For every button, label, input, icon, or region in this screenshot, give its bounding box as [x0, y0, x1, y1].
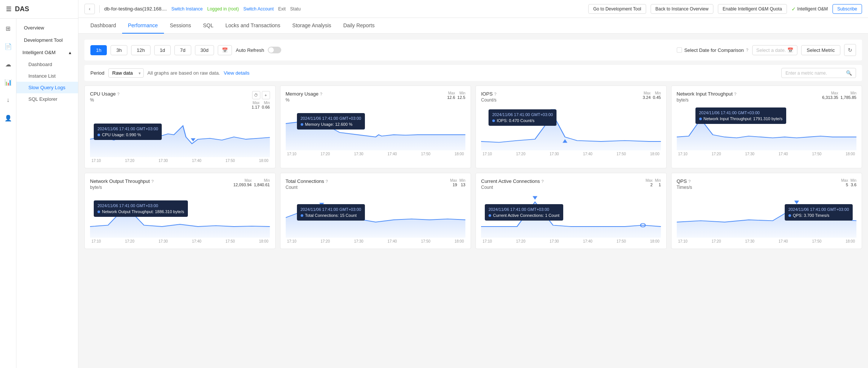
auto-refresh-toggle[interactable] — [268, 47, 281, 53]
chart-totalconn-title: Total Connections ? — [286, 178, 328, 184]
go-to-dev-tool-button[interactable]: Go to Development Tool — [588, 4, 646, 14]
svg-marker-1 — [191, 138, 196, 141]
exit-link[interactable]: Exit — [278, 6, 286, 12]
date-placeholder: Select a date. — [756, 47, 786, 53]
time-1d-button[interactable]: 1d — [154, 45, 171, 55]
chart-network-output: Network Output Throughput ? byte/s Max12… — [84, 173, 276, 249]
time-12h-button[interactable]: 12h — [131, 45, 151, 55]
chart-netinput-xaxis: 17:1017:2017:3017:4017:5018:00 — [677, 152, 857, 156]
view-details-link[interactable]: View details — [224, 70, 249, 76]
back-button[interactable]: ‹ — [84, 4, 95, 14]
topbar: ‹ db-for-testing-das(192.168.... Switch … — [78, 0, 868, 18]
icon-grid[interactable]: ⊞ — [2, 22, 14, 34]
subscribe-button[interactable]: Subscribe — [833, 4, 862, 14]
select-date-label: Select Date for Comparison — [684, 47, 744, 53]
svg-marker-4 — [481, 115, 661, 150]
memory-help-icon[interactable]: ? — [320, 92, 322, 96]
content-area: 1h 3h 12h 1d 7d 30d 📅 Auto Refresh Selec… — [78, 34, 868, 368]
chart-cpu-usage: CPU Usage ? % ⏱ + Max1.17 Min0.66 — [84, 85, 276, 168]
status-label: Statu — [290, 6, 301, 12]
period-select-wrapper: Raw data — [108, 68, 144, 78]
chart-activeconn-svg-wrapper: 2024/11/06 17:41:00 GMT+03:00 Current Ac… — [481, 193, 661, 238]
calendar-button[interactable]: 📅 — [218, 45, 232, 55]
chart-iops-title: IOPS ? — [481, 91, 496, 97]
chart-netoutput-unit: byte/s — [90, 185, 154, 190]
svg-marker-0 — [90, 126, 270, 157]
switch-instance-link[interactable]: Switch Instance — [171, 6, 203, 12]
switch-account-link[interactable]: Switch Account — [243, 6, 273, 12]
select-metric-button[interactable]: Select Metric — [801, 45, 840, 55]
sidebar-item-instance-list[interactable]: Instance List — [16, 70, 78, 82]
chart-totalconn-unit: Count — [286, 185, 328, 190]
cpu-clock-button[interactable]: ⏱ — [252, 91, 260, 99]
sidebar-section-intelligent-oam[interactable]: Intelligent O&M ▲ — [16, 46, 78, 59]
enable-quota-button[interactable]: Enable Intelligent O&M Quota — [718, 4, 787, 14]
tab-daily-reports[interactable]: Daily Reports — [337, 18, 381, 34]
sidebar-item-dashboard[interactable]: Dashboard — [16, 59, 78, 70]
cpu-help-icon[interactable]: ? — [117, 92, 120, 96]
chart-totalconn-header: Total Connections ? Count Max19 Min13 — [286, 178, 466, 190]
chart-iops-svg — [481, 106, 661, 150]
period-select[interactable]: Raw data — [108, 68, 144, 78]
time-7d-button[interactable]: 7d — [174, 45, 191, 55]
chart-activeconn-xaxis: 17:1017:2017:3017:4017:5018:00 — [481, 239, 661, 243]
svg-marker-3 — [301, 115, 306, 119]
chart-netoutput-max-min: Max12,093.94 Min1,840.61 — [233, 178, 270, 187]
activeconn-help-icon[interactable]: ? — [542, 179, 544, 184]
sidebar-nav: Overview Development Tool Intelligent O&… — [16, 19, 78, 368]
cpu-plus-button[interactable]: + — [262, 91, 270, 99]
chevron-up-icon: ▲ — [68, 50, 72, 55]
refresh-button[interactable]: ↻ — [844, 44, 856, 56]
time-30d-button[interactable]: 30d — [195, 45, 214, 55]
back-to-instance-button[interactable]: Back to Instance Overview — [651, 4, 713, 14]
chart-memory-usage: Memory Usage ? % Max12.6 Min12.5 — [280, 85, 471, 168]
time-3h-button[interactable]: 3h — [111, 45, 127, 55]
tab-sessions[interactable]: Sessions — [164, 18, 197, 34]
chart-cpu-max-min: Max1.17 Min0.66 — [252, 101, 270, 109]
chart-qps-title: QPS ? — [677, 178, 692, 184]
main-content: ‹ db-for-testing-das(192.168.... Switch … — [78, 0, 868, 368]
iops-help-icon[interactable]: ? — [494, 92, 496, 96]
sidebar-item-overview[interactable]: Overview — [16, 22, 78, 34]
sidebar-item-sql-explorer[interactable]: SQL Explorer — [16, 93, 78, 105]
toggle-knob — [269, 47, 274, 53]
select-date-help-icon[interactable]: ? — [746, 48, 748, 52]
chart-qps-unit: Times/s — [677, 185, 692, 190]
icon-bar-chart[interactable]: 📊 — [2, 76, 14, 88]
chart-activeconn-max-min: Max2 Min1 — [645, 178, 661, 187]
icon-person[interactable]: 👤 — [2, 112, 14, 124]
search-icon: 🔍 — [846, 70, 852, 76]
chart-active-connections: Current Active Connections ? Count Max2 … — [475, 173, 667, 249]
icon-cloud[interactable]: ☁ — [2, 58, 14, 70]
tab-storage[interactable]: Storage Analysis — [286, 18, 337, 34]
netoutput-help-icon[interactable]: ? — [151, 179, 154, 184]
sidebar-header: ☰ DAS — [0, 0, 78, 19]
menu-icon[interactable]: ☰ — [6, 6, 11, 13]
sidebar-item-development-tool[interactable]: Development Tool — [16, 34, 78, 46]
chart-cpu-title-group: CPU Usage ? % — [90, 91, 120, 103]
sidebar-icons: ⊞ 📄 ☁ 📊 ↓ 👤 — [0, 19, 16, 368]
qps-help-icon[interactable]: ? — [688, 179, 691, 184]
chart-cpu-svg-wrapper: 2024/11/06 17:41:00 GMT+03:00 CPU Usage:… — [90, 112, 270, 157]
tab-dashboard[interactable]: Dashboard — [84, 18, 122, 34]
totalconn-help-icon[interactable]: ? — [326, 179, 328, 184]
chart-qps: QPS ? Times/s Max5 Min3.6 — [671, 173, 862, 249]
icon-download[interactable]: ↓ — [2, 94, 14, 106]
chart-netinput-header: Network Input Throughput ? byte/s Max6,3… — [677, 91, 857, 103]
svg-marker-2 — [286, 121, 466, 150]
tab-locks[interactable]: Locks and Transactions — [219, 18, 286, 34]
chart-cpu-header: CPU Usage ? % ⏱ + Max1.17 Min0.66 — [90, 91, 270, 109]
sidebar-item-slow-query-logs[interactable]: Slow Query Logs — [16, 82, 78, 93]
tab-performance[interactable]: Performance — [122, 18, 164, 34]
select-date-checkbox-wrapper: Select Date for Comparison ? — [677, 47, 748, 53]
tab-sql[interactable]: SQL — [197, 18, 219, 34]
date-input[interactable]: Select a date. 📅 — [752, 45, 797, 55]
metric-search-box[interactable]: Enter a metric name. 🔍 — [781, 68, 856, 78]
toolbar-row: 1h 3h 12h 1d 7d 30d 📅 Auto Refresh Selec… — [84, 40, 862, 60]
netinput-help-icon[interactable]: ? — [734, 92, 737, 96]
svg-marker-10 — [124, 200, 128, 204]
icon-file[interactable]: 📄 — [2, 40, 14, 52]
time-1h-button[interactable]: 1h — [90, 45, 107, 55]
select-date-checkbox[interactable] — [677, 47, 682, 53]
intelligent-oam-status: ✓ Intelligent O&M — [791, 6, 828, 12]
